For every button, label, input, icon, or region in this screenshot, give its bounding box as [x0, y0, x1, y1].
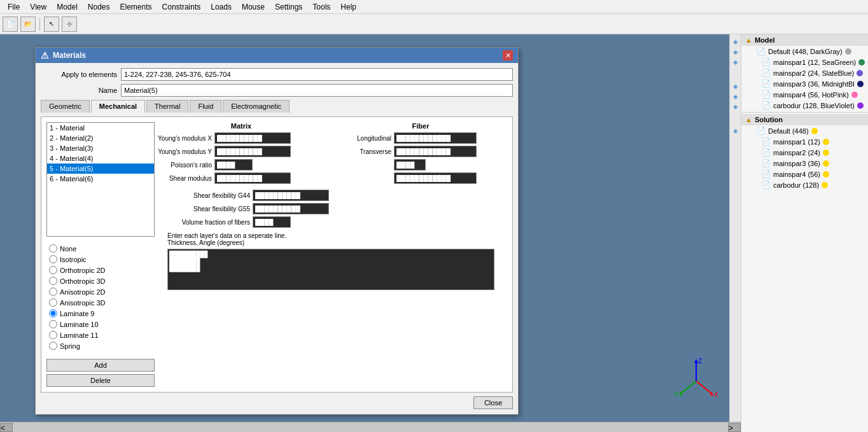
vol-fraction-input[interactable] [253, 216, 291, 228]
radio-ortho2d-input[interactable] [49, 266, 57, 274]
shear-g44-label: Shear flexibility G44 [167, 192, 250, 199]
shear-g55-input[interactable] [253, 203, 329, 214]
menu-loads[interactable]: Loads [206, 1, 237, 13]
tree-sol-mainspar4[interactable]: 📄 mainspar4 (56) [741, 169, 868, 179]
icon-5[interactable]: ◈ [731, 92, 740, 101]
radio-lam10-label: Laminate 10 [60, 321, 99, 328]
poisson-input[interactable] [214, 159, 253, 171]
tab-mechanical[interactable]: Mechanical [91, 100, 145, 113]
menu-view[interactable]: View [25, 1, 52, 13]
fiber-input3[interactable] [394, 159, 426, 171]
dialog-icon: ⚠ [41, 50, 49, 60]
icon-1[interactable]: ◈ [731, 37, 740, 46]
mat-item-3[interactable]: 3 - Material(3) [47, 143, 154, 153]
menu-file[interactable]: File [3, 1, 25, 13]
tab-fluid[interactable]: Fluid [190, 100, 221, 113]
fiber-trans-label: Transverse [334, 148, 391, 155]
fiber-long-input[interactable] [394, 132, 477, 144]
radio-lam11[interactable]: Laminate 11 [46, 330, 155, 340]
radio-aniso2d-input[interactable] [49, 288, 57, 296]
name-label: Name [41, 87, 117, 94]
radio-spring-input[interactable] [49, 342, 57, 350]
radio-none-input[interactable] [49, 244, 57, 253]
tree-mainspar2[interactable]: 📄 mainspar2 (24, SlateBlue) [741, 67, 868, 78]
tree-mainspar3[interactable]: 📄 mainspar3 (36, MidnightBl [741, 78, 868, 89]
tree-sol-mainspar2[interactable]: 📄 mainspar2 (24) [741, 147, 868, 158]
radio-ortho3d[interactable]: Orthotropic 3D [46, 275, 155, 286]
tab-electromagnetic[interactable]: Electromagnetic [223, 100, 290, 113]
menu-nodes[interactable]: Nodes [83, 1, 115, 13]
radio-aniso2d[interactable]: Anisotropic 2D [46, 286, 155, 297]
add-del-buttons: Add Delete [46, 359, 155, 387]
tree-mainspar1[interactable]: 📄 mainspar1 (12, SeaGreen) [741, 57, 868, 67]
icon-4[interactable]: ◈ [731, 81, 740, 90]
mat-item-4[interactable]: 4 - Material(4) [47, 153, 154, 164]
radio-lam11-input[interactable] [49, 331, 57, 339]
tree-sol-mainspar1[interactable]: 📄 mainspar1 (12) [741, 136, 868, 147]
tree-sol-mainspar3[interactable]: 📄 mainspar3 (36) [741, 158, 868, 169]
toolbar-open[interactable]: 📂 [20, 17, 36, 32]
name-input[interactable] [121, 84, 513, 97]
radio-lam10-input[interactable] [49, 320, 57, 328]
matrix-header: Matrix [155, 122, 328, 130]
icon-2[interactable]: ◈ [731, 47, 740, 56]
shear-g44-input[interactable] [253, 190, 329, 201]
bottom-scrollbar[interactable]: < > [0, 422, 741, 432]
menu-model[interactable]: Model [52, 1, 83, 13]
delete-button[interactable]: Delete [46, 374, 155, 387]
tab-geometric[interactable]: Geometric [41, 100, 90, 113]
radio-isotropic[interactable]: Isotropic [46, 254, 155, 265]
apply-input[interactable] [121, 68, 513, 81]
icon-3[interactable]: ◈ [731, 57, 740, 66]
menu-help[interactable]: Help [335, 1, 361, 13]
menu-elements[interactable]: Elements [115, 1, 157, 13]
tree-carbodur[interactable]: 📄 carbodur (128, BlueViolet) [741, 100, 868, 111]
tree-sol-carbodur[interactable]: 📄 carbodur (128) [741, 179, 868, 190]
toolbar-new[interactable]: 📄 [3, 17, 18, 32]
radio-aniso3d[interactable]: Anisotropic 3D [46, 297, 155, 308]
mat-item-1[interactable]: 1 - Material [47, 123, 154, 133]
mat-item-2[interactable]: 2 - Material(2) [47, 133, 154, 143]
tree-item-label: mainspar1 (12) [773, 138, 820, 146]
youngs-x-input[interactable] [214, 132, 291, 144]
fiber-trans-input[interactable] [394, 146, 477, 157]
shear-mod-input[interactable] [214, 172, 291, 184]
radio-lam10[interactable]: Laminate 10 [46, 319, 155, 330]
tab-thermal[interactable]: Thermal [146, 100, 188, 113]
doc-icon: 📄 [762, 101, 771, 109]
tree-sol-default[interactable]: 📄 Default (448) [741, 125, 868, 136]
tree-mainspar4[interactable]: 📄 mainspar4 (56, HotPink) [741, 89, 868, 100]
radio-none[interactable]: None [46, 243, 155, 254]
layer-data-textarea[interactable]: ██████████ ████████ ████████ [167, 249, 494, 290]
scroll-right-btn[interactable]: > [728, 423, 741, 432]
radio-spring[interactable]: Spring [46, 340, 155, 351]
menu-settings[interactable]: Settings [270, 1, 307, 13]
tree-model-default[interactable]: 📄 Default (448, DarkGray) [741, 46, 868, 57]
radio-ortho3d-input[interactable] [49, 277, 57, 285]
menu-tools[interactable]: Tools [307, 1, 335, 13]
radio-ortho2d[interactable]: Orthotropic 2D [46, 265, 155, 275]
menu-mouse[interactable]: Mouse [237, 1, 270, 13]
mat-item-6[interactable]: 6 - Material(6) [47, 174, 154, 184]
material-listbox[interactable]: 1 - Material 2 - Material(2) 3 - Materia… [46, 122, 155, 237]
dialog-close-button[interactable]: Close [473, 396, 513, 409]
radio-lam9-input[interactable] [49, 309, 57, 317]
icon-6[interactable]: ◈ [731, 102, 740, 111]
menu-constraints[interactable]: Constraints [157, 1, 206, 13]
radio-aniso3d-input[interactable] [49, 298, 57, 307]
radio-lam9[interactable]: Laminate 9 [46, 308, 155, 319]
add-button[interactable]: Add [46, 359, 155, 372]
toolbar-cursor[interactable]: ↖ [44, 17, 59, 32]
solution-tree: 📄 Default (448) 📄 mainspar1 (12) 📄 mains… [741, 125, 868, 190]
radio-isotropic-input[interactable] [49, 255, 57, 263]
youngs-y-input[interactable] [214, 146, 291, 157]
youngs-x-label: Young's modulus X [155, 135, 212, 142]
icon-7[interactable]: ◈ [731, 126, 740, 135]
scroll-left-btn[interactable]: < [0, 423, 13, 432]
coord-axes: Z X Y [671, 356, 722, 407]
mat-item-5[interactable]: 5 - Material(5) [47, 164, 154, 174]
close-icon-button[interactable]: ✕ [503, 50, 513, 60]
toolbar-select[interactable]: ⊹ [62, 17, 77, 32]
dialog-titlebar: ⚠ Materials ✕ [36, 48, 518, 63]
fiber-input4[interactable] [394, 172, 477, 184]
